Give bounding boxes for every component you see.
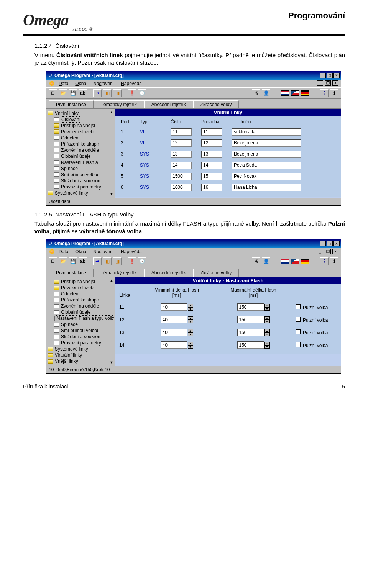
tree-item[interactable]: Povolení služeb bbox=[47, 129, 114, 135]
tree-item[interactable]: Zvonění na odděle bbox=[47, 147, 114, 153]
max-flash-stepper[interactable]: ▲▼ bbox=[223, 316, 284, 323]
close-button[interactable]: × bbox=[334, 73, 340, 78]
tree-folder-systemove-linky[interactable]: Systémové linky bbox=[47, 190, 114, 196]
tree-item[interactable]: Zvonění na odděle bbox=[47, 303, 114, 309]
max-flash-input[interactable] bbox=[237, 303, 264, 311]
spin-down-icon[interactable]: ▼ bbox=[264, 320, 270, 323]
spin-up-icon[interactable]: ▲ bbox=[264, 304, 270, 307]
clock-icon[interactable]: 🕓 bbox=[138, 257, 146, 265]
open-icon[interactable]: 📂 bbox=[59, 89, 67, 97]
flag-uk-icon[interactable] bbox=[281, 259, 289, 264]
tab-zkracene-volby[interactable]: Zkrácené volby bbox=[193, 100, 239, 108]
menu-napoveda[interactable]: Nápověda bbox=[118, 80, 145, 87]
minimize-button[interactable]: _ bbox=[320, 73, 326, 78]
spin-up-icon[interactable]: ▲ bbox=[188, 304, 193, 307]
min-flash-stepper[interactable]: ▲▼ bbox=[146, 341, 207, 349]
provolba-input[interactable] bbox=[201, 151, 222, 158]
max-flash-input[interactable] bbox=[237, 341, 264, 349]
menu-nastaveni[interactable]: Nastavení bbox=[90, 249, 117, 255]
tree-item[interactable]: Služební a soukron bbox=[47, 334, 114, 340]
user-icon[interactable]: 👤 bbox=[262, 257, 270, 265]
info-icon[interactable]: ℹ bbox=[330, 89, 338, 97]
tree-item[interactable]: Oddělení bbox=[47, 135, 114, 141]
arrow-right-icon[interactable]: ➔ bbox=[93, 89, 102, 97]
provolba-input[interactable] bbox=[201, 139, 222, 147]
menu-data[interactable]: Data bbox=[56, 249, 71, 255]
open-icon[interactable]: 📂 bbox=[59, 257, 67, 265]
flag-cz-icon[interactable] bbox=[291, 90, 299, 96]
help-icon[interactable]: ? bbox=[320, 89, 329, 97]
clock-icon[interactable]: 🕓 bbox=[138, 89, 146, 97]
arrow-right-icon[interactable]: ➔ bbox=[93, 257, 102, 265]
cislo-input[interactable] bbox=[171, 184, 192, 191]
maximize-button[interactable]: □ bbox=[327, 241, 333, 246]
pulzni-volba-checkbox[interactable]: Pulzní volba bbox=[296, 317, 328, 323]
tree-item[interactable]: Provozní parametry bbox=[47, 340, 114, 346]
spin-down-icon[interactable]: ▼ bbox=[188, 307, 193, 311]
tree-item-nastaveni-flash[interactable]: Nastavení Flash a typu volby bbox=[47, 315, 114, 321]
info-icon[interactable]: ℹ bbox=[330, 257, 338, 265]
pulzni-volba-checkbox[interactable]: Pulzní volba bbox=[296, 329, 328, 336]
spin-up-icon[interactable]: ▲ bbox=[264, 342, 270, 345]
min-flash-input[interactable] bbox=[161, 341, 187, 349]
jmeno-input[interactable] bbox=[232, 139, 301, 147]
provolba-input[interactable] bbox=[201, 173, 222, 180]
jmeno-input[interactable] bbox=[232, 151, 301, 158]
tree-item[interactable]: Globální údaje bbox=[47, 153, 114, 159]
tree-item[interactable]: Přístup na vnější bbox=[47, 123, 114, 129]
mdi-restore-button[interactable]: ❐ bbox=[325, 249, 331, 254]
max-flash-input[interactable] bbox=[237, 316, 264, 323]
max-flash-stepper[interactable]: ▲▼ bbox=[223, 303, 284, 311]
spin-down-icon[interactable]: ▼ bbox=[188, 345, 193, 349]
tree-item[interactable]: Spínače bbox=[47, 321, 114, 328]
mdi-minimize-button[interactable]: _ bbox=[317, 80, 323, 86]
scroll-down-icon[interactable]: ▼ bbox=[109, 192, 114, 197]
tab-zkracene-volby[interactable]: Zkrácené volby bbox=[193, 269, 239, 277]
tree-item[interactable]: Nastavení Flash a bbox=[47, 159, 114, 165]
checkbox-icon[interactable] bbox=[296, 304, 301, 309]
jmeno-input[interactable] bbox=[232, 173, 301, 180]
max-flash-input[interactable] bbox=[237, 329, 264, 336]
spin-up-icon[interactable]: ▲ bbox=[188, 342, 193, 345]
maximize-button[interactable]: □ bbox=[327, 73, 333, 78]
spin-down-icon[interactable]: ▼ bbox=[188, 320, 193, 323]
spin-down-icon[interactable]: ▼ bbox=[188, 332, 193, 336]
tree-item[interactable]: Globální údaje bbox=[47, 309, 114, 315]
flag-cz-icon[interactable] bbox=[291, 259, 299, 264]
tree-item-cislovani[interactable]: Číslování bbox=[47, 116, 114, 123]
flag-uk-icon[interactable] bbox=[281, 90, 289, 96]
tree-folder[interactable]: Vnější linky bbox=[47, 358, 114, 364]
mdi-minimize-button[interactable]: _ bbox=[317, 249, 323, 254]
min-flash-input[interactable] bbox=[161, 303, 187, 311]
tree-folder-vnitrni-linky[interactable]: Vnitřní linky bbox=[47, 110, 114, 116]
tree-item[interactable]: Přiřazení ke skupir bbox=[47, 297, 114, 303]
menu-nastaveni[interactable]: Nastavení bbox=[90, 80, 117, 87]
alert-icon[interactable]: ❗ bbox=[128, 257, 136, 265]
cislo-input[interactable] bbox=[171, 151, 192, 158]
menu-napoveda[interactable]: Nápověda bbox=[118, 249, 145, 255]
menu-okna[interactable]: Okna bbox=[72, 80, 89, 87]
upload-icon[interactable]: ◧ bbox=[103, 89, 112, 97]
tab-prvni-instalace[interactable]: První instalace bbox=[49, 269, 94, 277]
tree-folder[interactable]: Virtuální linky bbox=[47, 352, 114, 358]
ab-icon[interactable]: ab bbox=[79, 257, 87, 265]
pulzni-volba-checkbox[interactable]: Pulzní volba bbox=[296, 304, 328, 310]
checkbox-icon[interactable] bbox=[296, 342, 301, 347]
spin-down-icon[interactable]: ▼ bbox=[264, 307, 270, 311]
save-icon[interactable]: 💾 bbox=[69, 89, 77, 97]
max-flash-stepper[interactable]: ▲▼ bbox=[223, 341, 284, 349]
tree-item[interactable]: Provozní parametry bbox=[47, 184, 114, 190]
tab-abecedni-rejstrik[interactable]: Abecední rejstřík bbox=[144, 100, 193, 108]
tree-item[interactable]: Povolení služeb bbox=[47, 285, 114, 291]
cislo-input[interactable] bbox=[171, 173, 192, 180]
cislo-input[interactable] bbox=[171, 162, 192, 169]
provolba-input[interactable] bbox=[201, 162, 222, 169]
tab-abecedni-rejstrik[interactable]: Abecední rejstřík bbox=[144, 269, 193, 277]
tree-item[interactable]: Služební a soukron bbox=[47, 178, 114, 184]
tree-item[interactable]: Oddělení bbox=[47, 291, 114, 297]
cislo-input[interactable] bbox=[171, 128, 192, 136]
minimize-button[interactable]: _ bbox=[320, 241, 326, 246]
user-icon[interactable]: 👤 bbox=[262, 89, 270, 97]
mdi-close-button[interactable]: × bbox=[332, 249, 338, 254]
tab-prvni-instalace[interactable]: První instalace bbox=[49, 100, 94, 108]
